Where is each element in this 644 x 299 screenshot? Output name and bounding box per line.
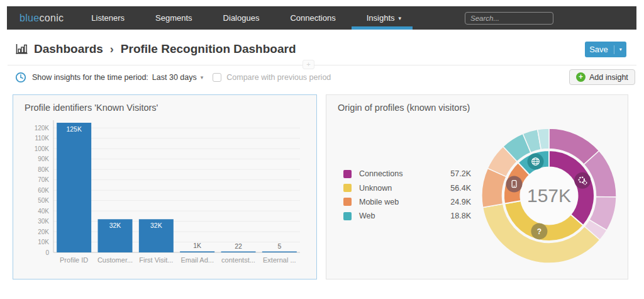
legend-value: 24.9K (433, 198, 471, 206)
y-axis-tick: 0 (45, 249, 49, 256)
bar-chart-title: Profile identifiers 'Known Visitors' (25, 103, 158, 113)
blueconic-logo[interactable]: blueconic (19, 13, 64, 24)
legend-item-unknown[interactable]: Unknown 56.4K (343, 181, 471, 195)
add-insight-label: Add insight (589, 73, 628, 82)
bar-chart: 010K20K30K40K50K60K70K80K90K100K110K120K… (13, 113, 316, 281)
legend-item-connections[interactable]: Connections 57.2K (343, 167, 471, 181)
y-axis-tick: 20K (38, 228, 49, 235)
svg-text:?: ? (537, 227, 541, 236)
clock-icon (15, 72, 26, 83)
save-button-label: Save (589, 45, 608, 54)
legend-swatch (343, 170, 352, 178)
y-axis-tick: 80K (38, 166, 49, 173)
legend-label: Connections (359, 169, 433, 178)
legend-label: Unknown (359, 184, 433, 193)
legend-value: 56.4K (433, 184, 471, 193)
y-axis-tick: 120K (35, 125, 50, 132)
x-axis-category-label: Customer... (97, 256, 133, 264)
nav-item-label: Connections (290, 13, 335, 23)
legend-value: 57.2K (433, 169, 471, 178)
header-divider (8, 65, 636, 65)
bar-value-label: 5 (277, 242, 281, 250)
nav-item-label: Insights (367, 13, 395, 23)
period-caret-icon[interactable]: ▾ (201, 74, 204, 81)
x-axis-category-label: External ... (263, 256, 296, 264)
connections-gears-icon (574, 172, 591, 189)
y-axis-tick: 50K (38, 197, 49, 204)
legend-swatch (343, 212, 352, 220)
page-title: Profile Recognition Dashboard (121, 42, 296, 56)
logo-part-blue: blue (19, 13, 39, 23)
mobile-phone-icon (506, 176, 523, 192)
legend-label: Web (359, 212, 433, 220)
time-period-filter: Show insights for the time period: Last … (15, 70, 331, 85)
bar[interactable] (262, 252, 297, 253)
legend-item-web[interactable]: Web 18.8K (343, 209, 471, 223)
legend-value: 18.8K (433, 212, 471, 220)
y-axis-tick: 90K (38, 155, 49, 162)
donut-chart-panel[interactable]: Origin of profiles (known visitors) ?157… (326, 94, 628, 279)
breadcrumb: Dashboards › Profile Recognition Dashboa… (15, 40, 296, 59)
logo-part-conic: conic (39, 13, 64, 23)
bar-chart-panel[interactable]: Profile identifiers 'Known Visitors' 010… (13, 94, 317, 279)
save-button[interactable]: Save ▾ (585, 42, 626, 57)
bar-value-label: 1K (193, 242, 201, 249)
legend-label: Mobile web (359, 198, 433, 206)
compare-checkbox-label: Compare with previous period (226, 73, 331, 82)
bar-value-label: 125K (66, 125, 82, 133)
add-insight-button[interactable]: + Add insight (569, 69, 635, 85)
nav-item-dialogues[interactable]: Dialogues (223, 6, 260, 30)
bar[interactable] (180, 251, 214, 252)
search-input[interactable] (465, 12, 553, 25)
nav-items: Listeners Segments Dialogues Connections… (91, 6, 432, 30)
legend-swatch (343, 198, 352, 206)
time-period-select[interactable]: Last 30 days (152, 73, 197, 82)
nav-item-segments[interactable]: Segments (155, 6, 192, 30)
nav-item-label: Segments (155, 13, 192, 23)
top-nav-bar: blueconic Listeners Segments Dialogues C… (7, 6, 636, 30)
legend-item-mobile-web[interactable]: Mobile web 24.9K (343, 195, 471, 209)
nav-item-listeners[interactable]: Listeners (91, 6, 125, 30)
x-axis-category-label: contentst... (221, 256, 255, 264)
y-axis-tick: 110K (35, 135, 49, 142)
bar[interactable] (57, 123, 91, 252)
y-axis-tick: 100K (35, 145, 50, 152)
bar-value-label: 32K (109, 222, 121, 229)
bar-value-label: 22 (235, 242, 242, 250)
y-axis-tick: 40K (38, 208, 49, 215)
dashboard-chart-icon (15, 43, 28, 55)
y-axis-tick: 10K (38, 239, 49, 245)
breadcrumb-section[interactable]: Dashboards (34, 42, 103, 56)
legend-swatch (343, 184, 352, 192)
y-axis-tick: 60K (38, 187, 49, 194)
plus-circle-icon: + (576, 72, 586, 82)
collapse-plus-handle[interactable]: + (303, 60, 314, 69)
bar-chart-svg: 010K20K30K40K50K60K70K80K90K100K110K120K… (13, 113, 316, 279)
breadcrumb-separator: › (110, 43, 114, 56)
nav-item-label: Listeners (91, 13, 125, 23)
question-mark-icon: ? (531, 223, 547, 239)
y-axis-tick: 70K (38, 176, 49, 183)
save-dropdown-caret-icon[interactable]: ▾ (614, 45, 622, 54)
compare-checkbox[interactable] (213, 73, 221, 82)
bar-value-label: 32K (150, 222, 162, 229)
time-period-label: Show insights for the time period: (32, 73, 148, 82)
nav-item-label: Dialogues (223, 13, 260, 23)
x-axis-category-label: Email Ad... (180, 256, 214, 264)
nav-item-insights[interactable]: Insights ▾ (367, 6, 401, 30)
donut-legend: Connections 57.2K Unknown 56.4K Mobile w… (343, 167, 471, 223)
bar[interactable] (221, 252, 256, 253)
x-axis-category-label: Profile ID (60, 256, 88, 264)
y-axis-tick: 30K (38, 218, 49, 225)
x-axis-category-label: First Visit... (139, 256, 173, 264)
donut-center-total: 157K (527, 185, 571, 206)
globe-icon (528, 154, 544, 170)
chevron-down-icon: ▾ (399, 15, 402, 21)
nav-item-connections[interactable]: Connections (290, 6, 335, 30)
